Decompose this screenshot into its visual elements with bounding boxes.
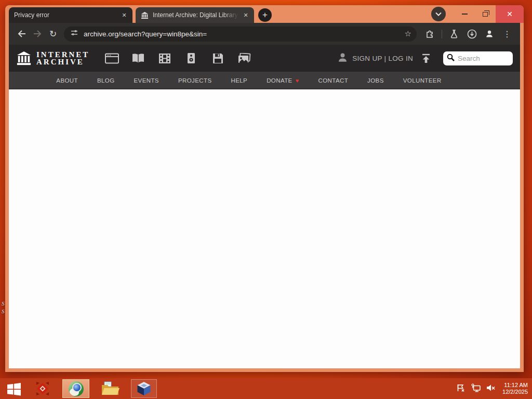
media-type-menu [103,50,253,66]
clock-date: 12/2/2025 [502,389,528,395]
nav-donate-label: DONATE [267,77,292,84]
nav-blog[interactable]: BLOG [97,77,115,84]
bookmark-star-icon[interactable]: ☆ [405,29,411,38]
downloads-icon[interactable] [464,26,480,42]
nav-projects[interactable]: PROJECTS [178,77,212,84]
windows-logo-icon [7,382,21,396]
taskbar-chrome-button[interactable] [62,379,89,398]
nav-events[interactable]: EVENTS [134,77,159,84]
tab-search-button[interactable] [431,7,446,21]
web-icon[interactable] [103,50,121,66]
internet-archive-logo[interactable]: INTERNET ARCHIVE [16,51,89,65]
nav-contact[interactable]: CONTACT [318,77,349,84]
signup-login-link[interactable]: SIGN UP | LOG IN [352,55,413,62]
tab-close-icon[interactable]: ✕ [242,11,250,19]
search-input[interactable] [458,55,507,62]
url-text[interactable]: archive.org/search?query=win8pe&sin= [84,30,405,38]
texts-book-icon[interactable] [129,50,147,66]
toolbar-actions: ⋮ [422,26,515,42]
taskbar-virtualbox-button[interactable] [131,379,157,398]
start-button[interactable] [5,379,23,398]
upload-icon[interactable] [420,53,432,63]
network-status-icon[interactable] [471,383,481,394]
donate-heart-icon: ♥ [296,77,299,84]
chrome-browser-icon [69,381,84,396]
system-tray: 11:12 AM 12/2/2025 [456,382,532,395]
internet-archive-header: INTERNET ARCHIVE [9,45,520,72]
profile-avatar-icon[interactable] [482,26,497,42]
window-controls: ✕ [431,5,524,23]
archive-wordmark: INTERNET ARCHIVE [36,51,89,65]
nav-help[interactable]: HELP [231,77,248,84]
tab-title: Internet Archive: Digital Library [153,11,238,19]
reload-button[interactable]: ↻ [45,26,61,42]
maximize-button[interactable] [475,5,496,23]
red-diamond-app-icon [33,381,52,396]
toolbar-divider [442,30,442,38]
nav-donate[interactable]: DONATE♥ [267,77,299,84]
minimize-button[interactable] [454,5,475,23]
nav-volunteer[interactable]: VOLUNTEER [403,77,442,84]
extensions-icon[interactable] [422,26,437,42]
restore-icon [483,12,488,17]
browser-window: Privacy error ✕ Internet Archive: Digita… [5,5,524,372]
menu-kebab-icon[interactable]: ⋮ [499,26,515,42]
forward-button[interactable] [30,26,45,42]
account-area: SIGN UP | LOG IN [337,51,513,65]
archive-search-box[interactable] [443,51,513,65]
browser-toolbar: ↻ archive.org/search?query=win8pe&sin= ☆… [9,23,520,45]
virtualbox-cube-icon [136,381,152,396]
close-icon: ✕ [507,10,513,18]
desktop-icon-label-fragment: S [2,308,5,314]
user-person-icon [337,52,348,65]
nav-jobs[interactable]: JOBS [367,77,384,84]
page-content-blank [9,89,520,368]
action-center-flag-icon[interactable] [456,383,466,394]
windows-taskbar: 11:12 AM 12/2/2025 [0,378,532,399]
minimize-icon [462,14,468,15]
archive-building-icon [16,51,32,65]
tab-close-icon[interactable]: ✕ [120,11,128,19]
file-explorer-folder-icon [100,381,120,396]
nav-about[interactable]: ABOUT [56,77,78,84]
tab-internet-archive[interactable]: Internet Archive: Digital Library ✕ [136,7,254,23]
experiments-flask-icon[interactable] [446,26,462,42]
taskbar-clock[interactable]: 11:12 AM 12/2/2025 [502,382,528,395]
desktop-icon-label-fragment: S [2,300,5,307]
browser-titlebar[interactable]: Privacy error ✕ Internet Archive: Digita… [9,5,520,23]
taskbar-explorer-button[interactable] [99,379,122,398]
taskbar-red-app-button[interactable] [32,379,53,398]
close-button[interactable]: ✕ [496,5,524,23]
software-floppy-icon[interactable] [209,50,227,66]
tab-title: Privacy error [14,11,117,19]
clock-time: 11:12 AM [502,382,528,389]
archive-favicon-icon [141,11,149,19]
images-photos-icon[interactable] [235,50,253,66]
new-tab-button[interactable]: + [258,8,272,22]
video-film-icon[interactable] [156,50,174,66]
site-settings-icon[interactable] [70,29,78,39]
audio-speaker-icon[interactable] [182,50,200,66]
back-button[interactable] [14,26,30,42]
tab-privacy-error[interactable]: Privacy error ✕ [9,7,132,23]
archive-nav-bar: ABOUT BLOG EVENTS PROJECTS HELP DONATE♥ … [9,72,520,89]
search-magnifier-icon [447,54,455,63]
volume-muted-icon[interactable] [486,383,496,394]
address-bar[interactable]: archive.org/search?query=win8pe&sin= ☆ [64,26,417,42]
